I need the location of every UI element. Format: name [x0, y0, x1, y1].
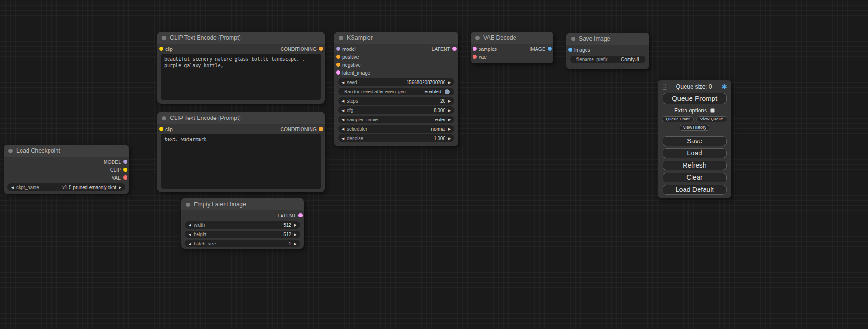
samples-input-dot[interactable] [473, 47, 477, 51]
load-default-button[interactable]: Load Default [663, 185, 727, 195]
decrement-arrow-icon[interactable]: ◀ [340, 99, 346, 103]
queue-front-button[interactable]: Queue Front [662, 116, 694, 122]
queue-size-label: Queue size: 0 [666, 84, 721, 90]
widget-value: 20 [440, 98, 447, 104]
increment-arrow-icon[interactable]: ▶ [293, 232, 298, 237]
clip-output-dot[interactable] [123, 168, 127, 172]
vae-output-dot[interactable] [123, 175, 127, 180]
latent-output-dot[interactable] [298, 213, 303, 217]
decrement-arrow-icon[interactable]: ◀ [187, 223, 192, 227]
clip-input-dot[interactable] [159, 47, 163, 51]
widget-name: Random seed after every gen [343, 89, 406, 94]
increment-arrow-icon[interactable]: ▶ [447, 127, 452, 131]
widget-name: seed [346, 80, 357, 85]
cfg-widget[interactable]: ◀ cfg 8.000 ▶ [338, 106, 454, 114]
save-button[interactable]: Save [663, 136, 727, 146]
load-button[interactable]: Load [663, 148, 727, 158]
increment-arrow-icon[interactable]: ▶ [447, 108, 452, 112]
images-input-dot[interactable] [568, 48, 572, 52]
queue-prompt-button[interactable]: Queue Prompt [663, 93, 727, 104]
steps-widget[interactable]: ◀ steps 20 ▶ [338, 97, 454, 105]
node-save-image[interactable]: Save Image images filename_prefix ComfyU… [566, 33, 649, 69]
seed-widget[interactable]: ◀ seed 156680208700286 ▶ [338, 78, 454, 86]
decrement-arrow-icon[interactable]: ◀ [340, 127, 346, 131]
height-widget[interactable]: ◀ height 512 ▶ [185, 231, 300, 238]
node-title: CLIP Text Encode (Prompt) [170, 35, 241, 41]
image-output-dot[interactable] [548, 47, 552, 51]
vae-input-dot[interactable] [473, 55, 477, 59]
decrement-arrow-icon[interactable]: ◀ [340, 118, 346, 122]
conditioning-output-dot[interactable] [319, 47, 323, 51]
sampler-name-widget[interactable]: ◀ sampler_name euler ▶ [338, 116, 454, 123]
slot-label: CLIP [110, 167, 121, 173]
extra-options-checkbox[interactable] [710, 108, 715, 113]
input-slot-positive: positive [334, 53, 458, 61]
increment-arrow-icon[interactable]: ▶ [293, 242, 298, 246]
ckpt-name-widget[interactable]: ◀ ckpt_name v1-5-pruned-emaonly.ckpt ▶ [7, 183, 125, 191]
slot-label: LATENT [432, 46, 450, 52]
slot-label: negative [342, 62, 361, 68]
increment-arrow-icon[interactable]: ▶ [447, 80, 452, 84]
node-vae-decode-titlebar[interactable]: VAE Decode [471, 32, 553, 44]
width-widget[interactable]: ◀ width 512 ▶ [185, 221, 300, 229]
node-clip-negative-titlebar[interactable]: CLIP Text Encode (Prompt) [157, 112, 325, 124]
node-ksampler-titlebar[interactable]: KSampler [334, 32, 458, 44]
slot-label: LATENT [278, 213, 296, 218]
latent-output-dot[interactable] [452, 47, 457, 51]
settings-gear-icon[interactable]: ✱ [721, 84, 727, 90]
clip-input-dot[interactable] [159, 127, 163, 131]
widget-value: 512 [283, 223, 293, 228]
decrement-arrow-icon[interactable]: ◀ [340, 108, 346, 112]
decrement-arrow-icon[interactable]: ◀ [10, 185, 15, 189]
increment-arrow-icon[interactable]: ▶ [447, 118, 452, 122]
latent-image-input-dot[interactable] [336, 70, 340, 75]
decrement-arrow-icon[interactable]: ◀ [340, 80, 346, 84]
node-clip-text-encode-negative[interactable]: CLIP Text Encode (Prompt) clip CONDITION… [157, 112, 325, 192]
node-clip-text-encode-positive[interactable]: CLIP Text Encode (Prompt) clip CONDITION… [157, 32, 325, 104]
decrement-arrow-icon[interactable]: ◀ [187, 242, 192, 246]
negative-prompt-textarea[interactable]: text, watermark [161, 134, 321, 189]
node-vae-decode[interactable]: VAE Decode samples IMAGE vae [471, 32, 553, 63]
node-save-image-titlebar[interactable]: Save Image [566, 33, 649, 45]
slot-row-model-latent: model LATENT [334, 45, 458, 53]
drag-handle-icon[interactable] [662, 84, 666, 90]
widget-name: filename_prefix [575, 57, 608, 62]
slot-label: CONDITIONING [280, 46, 317, 52]
link-wire [125, 49, 140, 70]
refresh-button[interactable]: Refresh [663, 161, 727, 170]
denoise-widget[interactable]: ◀ denoise 1.000 ▶ [338, 134, 454, 142]
node-status-dot-icon [8, 149, 13, 153]
increment-arrow-icon[interactable]: ▶ [447, 136, 452, 140]
widget-name: height [192, 232, 206, 237]
widget-name: sampler_name [346, 117, 378, 122]
node-ksampler[interactable]: KSampler model LATENT positive negative … [334, 32, 458, 146]
negative-input-dot[interactable] [336, 63, 340, 67]
decrement-arrow-icon[interactable]: ◀ [340, 136, 346, 140]
increment-arrow-icon[interactable]: ▶ [118, 185, 123, 189]
positive-prompt-textarea[interactable]: beautiful scenery nature glass bottle la… [161, 54, 321, 100]
view-history-button[interactable]: View History [679, 125, 711, 131]
output-slot-model: MODEL [4, 158, 129, 166]
increment-arrow-icon[interactable]: ▶ [293, 223, 298, 227]
filename-prefix-widget[interactable]: filename_prefix ComfyUI [570, 56, 645, 63]
conditioning-output-dot[interactable] [319, 127, 323, 131]
node-title: Save Image [579, 35, 610, 42]
slot-label: images [574, 47, 590, 53]
node-load-checkpoint[interactable]: Load Checkpoint MODEL CLIP VAE ◀ ckpt_na… [4, 145, 129, 194]
node-load-checkpoint-titlebar[interactable]: Load Checkpoint [4, 145, 129, 157]
increment-arrow-icon[interactable]: ▶ [447, 99, 452, 103]
scheduler-widget[interactable]: ◀ scheduler normal ▶ [338, 125, 454, 133]
batch-size-widget[interactable]: ◀ batch_size 1 ▶ [185, 240, 300, 247]
graph-canvas[interactable]: Load Checkpoint MODEL CLIP VAE ◀ ckpt_na… [0, 0, 868, 329]
toggle-knob-icon[interactable] [445, 89, 450, 94]
model-output-dot[interactable] [123, 160, 127, 164]
node-clip-positive-titlebar[interactable]: CLIP Text Encode (Prompt) [157, 32, 325, 44]
node-empty-latent-titlebar[interactable]: Empty Latent Image [181, 198, 304, 210]
node-empty-latent-image[interactable]: Empty Latent Image LATENT ◀ width 512 ▶ … [181, 198, 304, 249]
clear-button[interactable]: Clear [663, 173, 727, 182]
view-queue-button[interactable]: View Queue [696, 116, 727, 122]
positive-input-dot[interactable] [336, 55, 340, 59]
decrement-arrow-icon[interactable]: ◀ [187, 232, 192, 237]
model-input-dot[interactable] [336, 47, 340, 51]
random-seed-toggle-widget[interactable]: Random seed after every gen enabled [338, 88, 454, 95]
